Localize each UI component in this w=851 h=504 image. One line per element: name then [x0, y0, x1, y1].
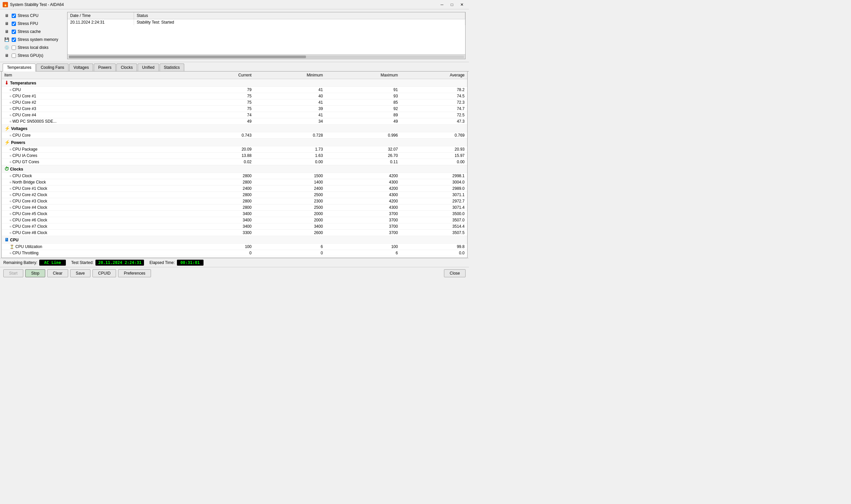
cell-maximum: 26.70 — [325, 152, 401, 159]
cell-item: ≈ CPU Core #3 Clock — [2, 198, 193, 204]
tab-bar: Temperatures Cooling Fans Voltages Power… — [0, 62, 469, 71]
table-row: ≈ CPU Package20.091.7332.0720.93 — [2, 146, 467, 152]
close-window-button[interactable]: ✕ — [458, 1, 466, 8]
maximize-button[interactable]: □ — [448, 1, 456, 8]
log-status-cell: Stability Test: Started — [134, 19, 465, 25]
stress-cache-option[interactable]: 🖥 Stress cache — [3, 28, 63, 35]
tab-cooling-fans[interactable]: Cooling Fans — [36, 64, 69, 71]
cell-minimum: 1.63 — [254, 152, 325, 159]
tab-powers[interactable]: Powers — [94, 64, 116, 71]
cell-maximum: 3700 — [325, 223, 401, 230]
table-row: ≈ CPU GT Cores0.020.000.110.00 — [2, 159, 467, 165]
cell-minimum: 2600 — [254, 230, 325, 236]
preferences-button[interactable]: Preferences — [118, 269, 151, 277]
cell-item: ≈ CPU Core #6 Clock — [2, 217, 193, 223]
cell-maximum: 89 — [325, 112, 401, 118]
log-header: Date / Time Status — [68, 12, 465, 19]
bottom-buttons: Start Stop Clear Save CPUID Preferences … — [0, 267, 469, 279]
table-row: ≈ CPU Core #6 Clock3400200037003507.0 — [2, 217, 467, 223]
stress-system-memory-checkbox[interactable] — [12, 38, 16, 42]
stress-cache-checkbox[interactable] — [12, 30, 16, 34]
cell-minimum: 41 — [254, 100, 325, 106]
cell-average: 99.8 — [401, 244, 467, 250]
battery-status: Remaining Battery: AC Line — [3, 260, 66, 266]
cell-minimum: 41 — [254, 87, 325, 93]
cell-maximum: 4200 — [325, 185, 401, 192]
cell-maximum: 100 — [325, 244, 401, 250]
tab-temperatures[interactable]: Temperatures — [3, 64, 36, 71]
scrollbar-track — [69, 55, 464, 58]
cell-item: ≈ CPU Core #1 Clock — [2, 185, 193, 192]
minimize-button[interactable]: ─ — [438, 1, 446, 8]
cell-item: ≈ CPU Core #3 — [2, 106, 193, 112]
app-icon: 🔥 — [3, 2, 8, 7]
cell-item: ≈ CPU Core #2 — [2, 100, 193, 106]
log-body[interactable]: 20.11.2024 2:24:31 Stability Test: Start… — [68, 19, 465, 54]
table-row: ≈ CPU79419178.2 — [2, 87, 467, 93]
cell-current: 79 — [193, 87, 254, 93]
cpuid-button[interactable]: CPUID — [92, 269, 116, 277]
cell-average: 2972.7 — [401, 198, 467, 204]
cell-maximum: 0.11 — [325, 159, 401, 165]
cell-maximum: 4200 — [325, 198, 401, 204]
cell-current: 49 — [193, 118, 254, 125]
log-datetime-cell: 20.11.2024 2:24:31 — [68, 19, 134, 25]
cell-minimum: 2500 — [254, 192, 325, 198]
cell-current: 100 — [193, 244, 254, 250]
cell-maximum: 3700 — [325, 211, 401, 217]
cell-current: 75 — [193, 106, 254, 112]
cell-current: 0.02 — [193, 159, 254, 165]
table-section-row: ⚡ Powers — [2, 139, 467, 146]
cell-average: 0.00 — [401, 159, 467, 165]
cell-maximum: 91 — [325, 87, 401, 93]
cell-item: ≈ CPU GT Cores — [2, 159, 193, 165]
cell-maximum: 6 — [325, 250, 401, 256]
cell-item: ≈ CPU Core #7 Clock — [2, 223, 193, 230]
stress-gpus-option[interactable]: 🖥 Stress GPU(s) — [3, 52, 63, 59]
stress-cpu-option[interactable]: 🖥 Stress CPU — [3, 12, 63, 19]
close-button[interactable]: Close — [444, 269, 465, 277]
data-table-container[interactable]: Item Current Minimum Maximum Average 🌡 T… — [1, 71, 467, 258]
stress-local-disks-option[interactable]: 💿 Stress local disks — [3, 44, 63, 51]
test-started-value: 20.11.2024 2:24:31 — [95, 260, 144, 266]
gpu-stress-icon: 🖥 — [3, 53, 10, 58]
tab-statistics[interactable]: Statistics — [160, 64, 184, 71]
tab-clocks[interactable]: Clocks — [117, 64, 137, 71]
cell-maximum: 0.996 — [325, 132, 401, 139]
table-row: ≈ WD PC SN5000S SDE...49344947.3 — [2, 118, 467, 125]
stop-button[interactable]: Stop — [25, 269, 45, 277]
cell-minimum: 0.00 — [254, 159, 325, 165]
table-row: ≈ CPU Core #275418572.3 — [2, 100, 467, 106]
table-section-row: 🌡 Temperatures — [2, 79, 467, 87]
stress-system-memory-option[interactable]: 💾 Stress system memory — [3, 36, 63, 43]
table-row: ≈ CPU Clock2800150042002998.1 — [2, 173, 467, 179]
tab-unified[interactable]: Unified — [138, 64, 159, 71]
cell-minimum: 2500 — [254, 204, 325, 211]
clear-button[interactable]: Clear — [47, 269, 68, 277]
cell-minimum: 2000 — [254, 217, 325, 223]
log-scrollbar[interactable] — [68, 54, 465, 59]
stress-gpus-checkbox[interactable] — [12, 54, 16, 58]
cell-average: 72.3 — [401, 100, 467, 106]
cell-minimum: 39 — [254, 106, 325, 112]
cell-maximum: 3700 — [325, 230, 401, 236]
log-row: 20.11.2024 2:24:31 Stability Test: Start… — [68, 19, 465, 25]
cell-current: 3300 — [193, 230, 254, 236]
cell-minimum: 34 — [254, 118, 325, 125]
stress-local-disks-checkbox[interactable] — [12, 46, 16, 50]
stress-local-disks-label: Stress local disks — [18, 45, 49, 50]
stress-fpu-checkbox[interactable] — [12, 22, 16, 26]
cell-item: ≈ CPU Core #1 — [2, 93, 193, 100]
cell-maximum: 92 — [325, 106, 401, 112]
fpu-stress-icon: 🖥 — [3, 21, 10, 26]
stress-fpu-option[interactable]: 🖥 Stress FPU — [3, 20, 63, 27]
table-row: ≈ CPU Core #2 Clock2800250043003071.1 — [2, 192, 467, 198]
cell-minimum: 0 — [254, 250, 325, 256]
tab-voltages[interactable]: Voltages — [69, 64, 93, 71]
stress-cpu-checkbox[interactable] — [12, 14, 16, 18]
cell-average: 3071.4 — [401, 204, 467, 211]
save-button[interactable]: Save — [70, 269, 90, 277]
cell-maximum: 49 — [325, 118, 401, 125]
cell-average: 20.93 — [401, 146, 467, 152]
start-button[interactable]: Start — [3, 269, 23, 277]
